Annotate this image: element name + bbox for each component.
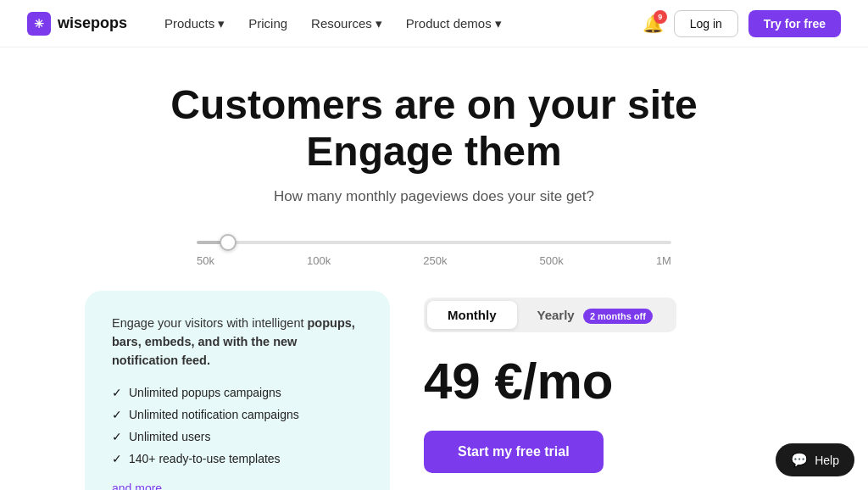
headline-line1: Customers are on your site xyxy=(170,82,698,127)
notification-bell[interactable]: 🔔 9 xyxy=(643,14,664,34)
hero-section: Customers are on your site Engage them H… xyxy=(0,47,868,205)
slider-label-1m: 1M xyxy=(656,254,671,267)
nav-right: 🔔 9 Log in Try for free xyxy=(643,10,841,37)
logo-text: wisepops xyxy=(58,14,127,32)
check-icon: ✓ xyxy=(112,386,122,399)
chevron-down-icon: ▾ xyxy=(376,16,382,31)
price-value: 49 €/mo xyxy=(424,353,613,409)
feature-description: Engage your visitors with intelligent po… xyxy=(112,315,363,370)
headline-line2: Engage them xyxy=(306,129,561,174)
check-icon: ✓ xyxy=(112,452,122,465)
start-trial-button[interactable]: Start my free trial xyxy=(424,431,604,473)
chevron-down-icon: ▾ xyxy=(495,16,502,31)
check-icon: ✓ xyxy=(112,408,122,421)
more-link[interactable]: and more... xyxy=(112,482,172,490)
nav-resources-label: Resources xyxy=(311,16,372,31)
nav-links: Products ▾ Pricing Resources ▾ Product d… xyxy=(154,11,512,36)
nav-left: ✳ wisepops Products ▾ Pricing Resources … xyxy=(27,11,512,36)
slider-section: 50k 100k 250k 500k 1M xyxy=(0,232,868,267)
hero-headline: Customers are on your site Engage them xyxy=(17,81,851,175)
list-item: ✓ 140+ ready-to-use templates xyxy=(112,452,363,465)
nav-demos-label: Product demos xyxy=(406,16,492,31)
yearly-discount-badge: 2 months off xyxy=(583,309,653,324)
nav-link-demos[interactable]: Product demos ▾ xyxy=(396,11,512,36)
try-for-free-button[interactable]: Try for free xyxy=(748,10,841,37)
chat-icon: 💬 xyxy=(791,452,808,468)
feature-card: Engage your visitors with intelligent po… xyxy=(85,291,390,490)
feature-item-4: 140+ ready-to-use templates xyxy=(129,452,281,465)
content-row: Engage your visitors with intelligent po… xyxy=(0,267,868,490)
navbar: ✳ wisepops Products ▾ Pricing Resources … xyxy=(0,0,868,47)
price-display: 49 €/mo xyxy=(424,356,613,407)
slider-label-50k: 50k xyxy=(197,254,214,267)
yearly-toggle-button[interactable]: Yearly 2 months off xyxy=(517,301,673,329)
help-bubble[interactable]: 💬 Help xyxy=(776,443,854,476)
nav-link-products[interactable]: Products ▾ xyxy=(154,11,235,36)
notification-count: 9 xyxy=(654,10,667,24)
nav-products-label: Products xyxy=(164,16,214,31)
slider-label-500k: 500k xyxy=(540,254,564,267)
feature-item-2: Unlimited notification campaigns xyxy=(129,408,299,421)
list-item: ✓ Unlimited notification campaigns xyxy=(112,408,363,421)
logo-icon: ✳ xyxy=(27,12,51,36)
chevron-down-icon: ▾ xyxy=(218,16,225,31)
slider-wrap xyxy=(197,232,671,248)
slider-label-100k: 100k xyxy=(307,254,331,267)
slider-label-250k: 250k xyxy=(423,254,447,267)
pageviews-slider[interactable] xyxy=(197,241,671,244)
hero-subtitle: How many monthly pageviews does your sit… xyxy=(17,188,851,205)
check-icon: ✓ xyxy=(112,430,122,443)
feature-list: ✓ Unlimited popups campaigns ✓ Unlimited… xyxy=(112,386,363,465)
nav-pricing-label: Pricing xyxy=(248,16,287,31)
feature-item-1: Unlimited popups campaigns xyxy=(129,386,281,399)
billing-toggle: Monthly Yearly 2 months off xyxy=(424,298,676,332)
logo[interactable]: ✳ wisepops xyxy=(27,12,127,36)
login-button[interactable]: Log in xyxy=(674,10,738,37)
nav-link-pricing[interactable]: Pricing xyxy=(238,11,298,36)
list-item: ✓ Unlimited users xyxy=(112,430,363,443)
yearly-label: Yearly xyxy=(537,308,575,322)
monthly-toggle-button[interactable]: Monthly xyxy=(427,301,517,329)
help-label: Help xyxy=(815,454,839,467)
list-item: ✓ Unlimited popups campaigns xyxy=(112,386,363,399)
feature-item-3: Unlimited users xyxy=(129,430,210,443)
slider-labels: 50k 100k 250k 500k 1M xyxy=(197,254,671,267)
pricing-panel: Monthly Yearly 2 months off 49 €/mo Star… xyxy=(424,291,783,473)
nav-link-resources[interactable]: Resources ▾ xyxy=(301,11,392,36)
